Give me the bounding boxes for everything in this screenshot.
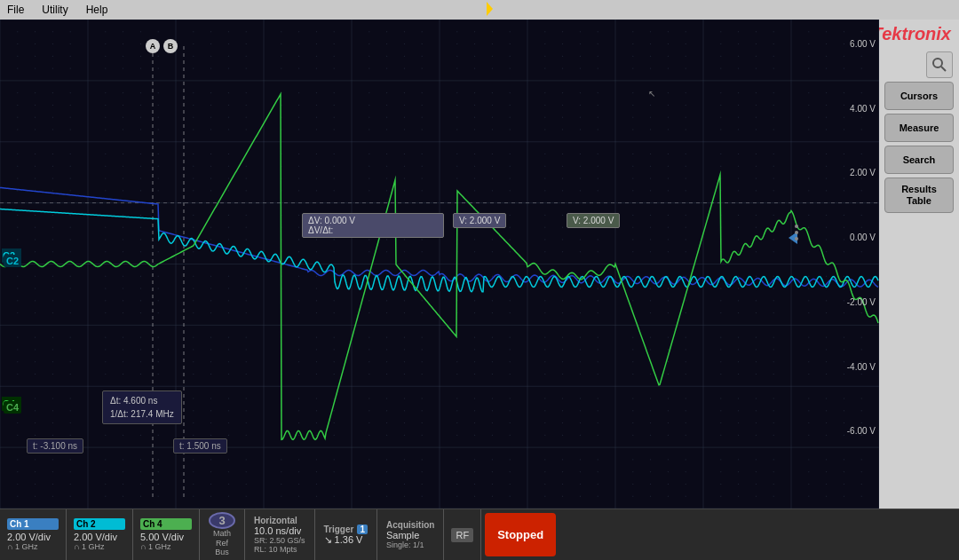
volt-2: 2.00 V — [850, 168, 876, 177]
svg-marker-0 — [487, 2, 493, 16]
record-length: RL: 10 Mpts — [254, 545, 305, 554]
mouse-cursor-indicator: ↖ — [648, 89, 655, 99]
menu-utility[interactable]: Utility — [42, 4, 67, 16]
ch4-label[interactable]: Ch 4 — [140, 518, 192, 530]
time-a-box: t: -3.100 ns — [27, 438, 83, 454]
results-table-button[interactable]: Results Table — [884, 177, 954, 213]
ch1-bw-icon: ∩ — [7, 542, 12, 551]
volt-minus2: -2.00 V — [847, 297, 876, 307]
volt-0: 0.00 V — [850, 233, 876, 242]
delta-v-box: ΔV: 0.000 V ΔV/Δt: — [302, 213, 444, 238]
cursor-a-marker[interactable]: A — [146, 39, 160, 53]
math-ref-bus-block: 3 Math Ref Bus — [200, 509, 245, 560]
horizontal-block: Horizontal 10.0 ns/div SR: 2.50 GS/s RL:… — [245, 509, 315, 560]
svg-line-2 — [941, 67, 946, 71]
ch2-bw-icon: ∩ — [74, 542, 79, 551]
time-b-box: t: 1.500 ns — [173, 438, 227, 454]
rf-block[interactable]: RF — [444, 509, 481, 560]
cursors-button[interactable]: Cursors — [884, 82, 954, 110]
measure-button[interactable]: Measure — [884, 114, 954, 142]
ch4-bandwidth: ∩ 1 GHz — [140, 542, 192, 551]
more-options-dots[interactable] — [795, 225, 798, 241]
ch1-label[interactable]: Ch 1 — [7, 518, 59, 530]
sample-rate: SR: 2.50 GS/s — [254, 536, 305, 545]
volt-minus4: -4.00 V — [847, 362, 876, 372]
ch2-label[interactable]: Ch 2 — [74, 518, 125, 530]
rf-label: RF — [451, 528, 473, 542]
ch2-value: 2.00 V/div — [74, 532, 125, 542]
trigger-slope: ↘ 1.36 V — [324, 534, 368, 546]
ch2-bandwidth: ∩ 1 GHz — [74, 542, 125, 551]
trigger-position-indicator — [480, 2, 494, 16]
volt-4: 4.00 V — [850, 104, 876, 114]
trigger-channel-num: 1 — [357, 525, 368, 534]
zoom-icon[interactable] — [926, 51, 953, 78]
ch2-screen-label: C2 — [4, 255, 21, 267]
ch4-bw-icon: ∩ — [140, 542, 146, 551]
trigger-block: Trigger 1 ↘ 1.36 V — [315, 509, 377, 560]
delta-time-box: Δt: 4.600 ns 1/Δt: 217.4 MHz — [102, 390, 182, 424]
acquisition-title: Acquisition — [386, 520, 434, 530]
status-bar: Ch 1 2.00 V/div ∩ 1 GHz Ch 2 2.00 V/div … — [0, 509, 959, 560]
stopped-button[interactable]: Stopped — [485, 513, 556, 556]
ch4-screen-label: C4 — [4, 401, 21, 414]
volt-minus6: -6.00 V — [847, 426, 876, 436]
svg-point-1 — [933, 59, 942, 67]
math-number[interactable]: 3 — [209, 512, 235, 529]
menu-bar: File Utility Help — [0, 0, 959, 20]
time-div-value: 10.0 ns/div — [254, 525, 305, 536]
search-button[interactable]: Search — [884, 146, 954, 174]
trigger-title: Trigger 1 — [324, 525, 368, 534]
acquisition-single: Single: 1/1 — [386, 540, 434, 549]
scope-screen: A B C2 C4 ΔV: 0.000 V ΔV/Δt: V: 2.000 V … — [0, 20, 879, 509]
cursor-b-marker[interactable]: B — [163, 39, 178, 53]
ch1-bandwidth: ∩ 1 GHz — [7, 542, 59, 551]
ch1-value: 2.00 V/div — [7, 532, 59, 542]
waveform-canvas — [0, 20, 879, 509]
v-box-2: V: 2.000 V — [567, 213, 620, 228]
ch4-block: Ch 4 5.00 V/div ∩ 1 GHz — [133, 509, 200, 560]
menu-help[interactable]: Help — [86, 4, 108, 16]
main-area: A B C2 C4 ΔV: 0.000 V ΔV/Δt: V: 2.000 V … — [0, 20, 959, 509]
ch1-block: Ch 1 2.00 V/div ∩ 1 GHz — [0, 509, 67, 560]
acquisition-block: Acquisition Sample Single: 1/1 — [377, 509, 444, 560]
tektronix-logo: Tektronix — [872, 24, 955, 44]
acquisition-mode: Sample — [386, 530, 434, 540]
menu-file[interactable]: File — [7, 4, 24, 16]
math-ref-bus-label: Math Ref Bus — [213, 529, 231, 557]
ch4-value: 5.00 V/div — [140, 532, 192, 542]
horizontal-title: Horizontal — [254, 516, 305, 525]
stopped-label: Stopped — [497, 528, 543, 541]
v-box-1: V: 2.000 V — [453, 213, 506, 228]
right-panel: Tektronix Cursors Measure Search Results… — [879, 20, 959, 509]
ch2-block: Ch 2 2.00 V/div ∩ 1 GHz — [67, 509, 133, 560]
volt-6: 6.00 V — [850, 39, 876, 49]
